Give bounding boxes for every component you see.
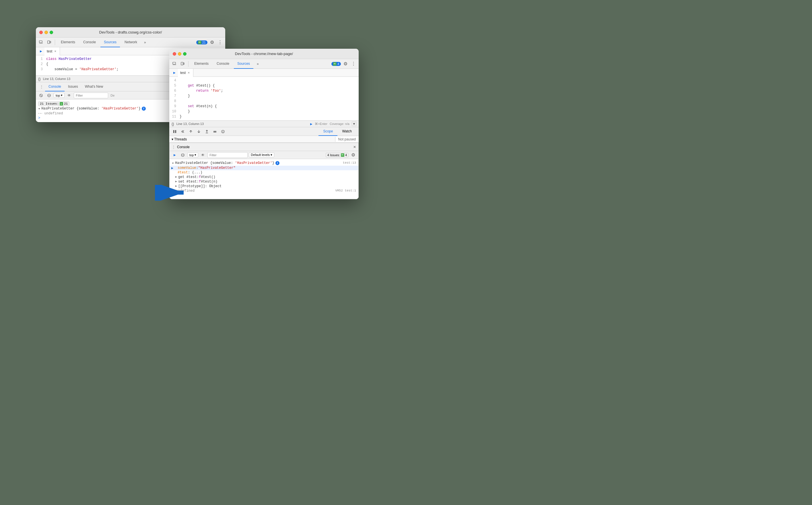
svg-rect-3	[50, 41, 51, 43]
highlight-arrow: ▶	[171, 166, 173, 170]
run-button-front[interactable]: ▶	[310, 122, 313, 126]
tab-whats-new[interactable]: What's New	[82, 82, 107, 92]
step-over-button[interactable]	[188, 128, 194, 135]
curly-braces-icon-front: {}	[171, 122, 174, 126]
console-output: ▶ ▾ HasPrivateGetter {someValue: 'HasPri…	[169, 159, 358, 199]
svg-rect-14	[175, 130, 177, 133]
svg-point-23	[223, 132, 223, 133]
context-selector-front[interactable]: top ▾	[187, 153, 198, 157]
output-main-line[interactable]: ▶ ▾ HasPrivateGetter {someValue: 'HasPri…	[169, 161, 358, 166]
play-icon[interactable]: ▶	[37, 48, 44, 55]
issues-badge-front: 4 Issues: ✉ 4	[326, 153, 349, 157]
code-line-4: 4	[169, 78, 359, 83]
file-tab-test-front[interactable]: test ✕	[178, 69, 193, 77]
console-panel-dots[interactable]: ⋮	[172, 145, 175, 149]
output-prototype-line[interactable]: ▶ [[Prototype]]: Object	[169, 184, 358, 189]
console-prompt-front[interactable]: >	[169, 193, 358, 198]
eye-icon-front[interactable]: 👁	[200, 152, 206, 159]
coverage-label: Coverage: n/a	[330, 122, 349, 126]
output-somevalue-line: ▶ someValue : "HasPrivateGetter"	[169, 166, 358, 170]
tab-sources-front[interactable]: Sources	[234, 59, 253, 69]
debug-toolbar: Scope Watch	[169, 127, 359, 136]
default-levels-button[interactable]: Default levels ▾	[249, 153, 274, 157]
filter-input-back[interactable]	[74, 93, 108, 98]
step-back-button[interactable]	[180, 128, 186, 135]
console-panel-toolbar: ▶ top ▾ 👁 Default levels ▾ 4 Issues: ✉ 4…	[169, 151, 358, 159]
file-tab-test[interactable]: test ✕	[44, 47, 60, 55]
tab-console-front[interactable]: Console	[213, 59, 233, 69]
arrow-container	[155, 185, 192, 202]
more-tabs-icon[interactable]: »	[142, 40, 148, 44]
close-file-tab[interactable]: ✕	[53, 49, 57, 53]
eye-icon[interactable]: 👁	[66, 92, 73, 99]
code-line-10: 10 }	[169, 109, 359, 114]
maximize-button-front[interactable]	[183, 52, 187, 55]
tab-elements[interactable]: Elements	[57, 37, 79, 47]
tab-issues-panel[interactable]: Issues	[65, 82, 82, 92]
code-line-6: 6 return 'foo';	[169, 88, 359, 94]
device-icon-front[interactable]	[179, 60, 186, 67]
inspect-icon[interactable]	[37, 39, 44, 46]
close-button[interactable]	[39, 31, 43, 34]
expand-set: ▶	[175, 180, 178, 183]
more-options-front[interactable]: ⋮	[350, 60, 357, 67]
settings-icon[interactable]: ⚙	[209, 39, 216, 46]
device-icon[interactable]	[45, 39, 52, 46]
output-set-line[interactable]: ▶ set #test: f #test(n)	[169, 179, 358, 184]
play-console-icon[interactable]: ▶	[171, 152, 178, 159]
status-bar-front: {} Line 13, Column 13 ▶ ⌘+Enter Coverage…	[169, 120, 359, 127]
filter-input-front[interactable]	[208, 152, 248, 158]
minimize-button-front[interactable]	[178, 52, 181, 55]
source-ref[interactable]: test:13	[343, 161, 356, 165]
step-out-button[interactable]	[204, 128, 210, 135]
chat-icon-front: ✉	[333, 62, 337, 66]
block-console-icon[interactable]	[179, 152, 186, 159]
svg-rect-12	[183, 63, 184, 64]
tab-sources[interactable]: Sources	[100, 37, 120, 47]
close-console-panel[interactable]: ✕	[353, 145, 356, 149]
svg-rect-11	[181, 62, 183, 65]
info-icon: i	[142, 107, 146, 111]
code-line-9: 9 set #test(n) {	[169, 104, 359, 109]
svg-line-5	[40, 95, 42, 96]
file-tab-bar-front: ▶ test ✕	[169, 69, 359, 77]
more-tabs-front[interactable]: »	[254, 62, 261, 66]
settings-icon-front[interactable]: ⚙	[342, 60, 349, 67]
expand-main[interactable]: ▾	[172, 161, 174, 165]
coverage-icon[interactable]: ▼	[352, 122, 356, 126]
close-file-tab-front[interactable]: ✕	[187, 71, 191, 75]
window-title-back: DevTools - drafts.csswg.org/css-color/	[99, 30, 162, 34]
tab-console-panel[interactable]: Console	[45, 82, 65, 92]
code-editor-front: 4 5 get #test() { 6 return 'foo'; 7 } 8 …	[169, 77, 359, 120]
output-undefined-front: ← undefined VM52 test:1	[169, 189, 358, 193]
context-selector[interactable]: top ▾	[54, 93, 65, 98]
deactivate-button[interactable]	[212, 128, 218, 135]
svg-rect-20	[214, 132, 216, 132]
svg-rect-9	[173, 62, 176, 64]
source-ref-2[interactable]: VM52 test:1	[335, 189, 356, 192]
step-into-button[interactable]	[196, 128, 202, 135]
console-dots-icon[interactable]: ⋮	[38, 83, 45, 90]
inspect-icon-front[interactable]	[171, 60, 178, 67]
clear-console-icon[interactable]	[37, 92, 44, 99]
tab-elements-front[interactable]: Elements	[191, 59, 212, 69]
pause-button[interactable]	[171, 128, 178, 135]
tab-watch[interactable]: Watch	[337, 127, 356, 136]
close-button-front[interactable]	[173, 52, 176, 55]
threads-bar: ▾ Threads Not paused	[169, 136, 359, 143]
toolbar-separator-front	[188, 61, 189, 67]
play-icon-front[interactable]: ▶	[171, 69, 178, 76]
tab-scope[interactable]: Scope	[319, 127, 337, 136]
svg-rect-0	[39, 41, 42, 43]
tab-network[interactable]: Network	[121, 37, 141, 47]
console-settings-icon[interactable]: ⚙	[350, 152, 357, 159]
maximize-button[interactable]	[49, 31, 53, 34]
more-options-icon[interactable]: ⋮	[217, 39, 224, 46]
output-get-line[interactable]: ▶ get #test: f #test()	[169, 175, 358, 179]
tab-console[interactable]: Console	[80, 37, 99, 47]
pause-exception-button[interactable]	[220, 128, 226, 135]
minimize-button[interactable]	[44, 31, 48, 34]
threads-collapse[interactable]: ▾ Threads	[171, 137, 187, 141]
block-icon[interactable]	[45, 92, 52, 99]
shortcut-hint-front: ⌘+Enter	[315, 122, 327, 126]
